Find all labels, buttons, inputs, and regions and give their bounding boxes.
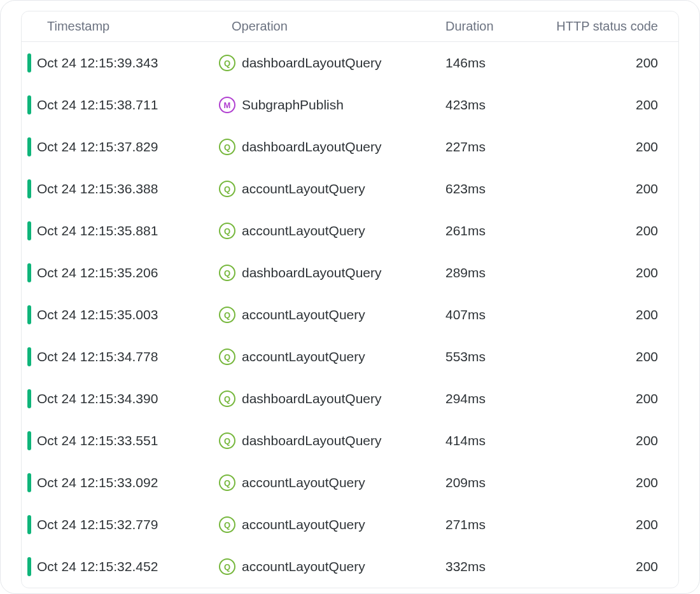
http-status-cell: 200	[535, 475, 668, 490]
col-header-status[interactable]: HTTP status code	[556, 19, 658, 33]
query-icon: Q	[219, 390, 235, 407]
duration-cell: 227ms	[445, 139, 535, 155]
operation-name[interactable]: accountLayoutQuery	[242, 181, 365, 197]
table-row[interactable]: Oct 24 12:15:39.343QdashboardLayoutQuery…	[22, 42, 678, 84]
query-icon: Q	[219, 307, 235, 323]
http-status-cell: 200	[535, 55, 668, 71]
timestamp-cell: Oct 24 12:15:34.390	[37, 391, 219, 406]
operation-cell: QdashboardLayoutQuery	[219, 55, 445, 71]
operation-name[interactable]: accountLayoutQuery	[242, 517, 365, 532]
status-indicator	[27, 389, 31, 408]
duration-cell: 407ms	[445, 307, 535, 322]
http-status-cell: 200	[535, 433, 668, 448]
table-body: Oct 24 12:15:39.343QdashboardLayoutQuery…	[22, 42, 678, 588]
timestamp-cell: Oct 24 12:15:32.779	[37, 517, 219, 532]
duration-cell: 423ms	[445, 97, 535, 113]
operation-cell: QdashboardLayoutQuery	[219, 265, 445, 281]
operation-cell: MSubgraphPublish	[219, 97, 445, 113]
col-header-operation[interactable]: Operation	[232, 19, 288, 33]
mutation-icon: M	[219, 97, 235, 113]
operation-name[interactable]: accountLayoutQuery	[242, 349, 365, 364]
operation-cell: QaccountLayoutQuery	[219, 349, 445, 365]
operation-name[interactable]: dashboardLayoutQuery	[242, 55, 382, 71]
status-bar-wrapper	[22, 53, 37, 73]
operation-name[interactable]: accountLayoutQuery	[242, 475, 365, 490]
status-indicator	[27, 95, 31, 114]
table-row[interactable]: Oct 24 12:15:37.829QdashboardLayoutQuery…	[22, 126, 678, 168]
http-status-cell: 200	[535, 307, 668, 322]
operation-name[interactable]: accountLayoutQuery	[242, 307, 365, 322]
status-bar-wrapper	[22, 221, 37, 240]
operation-name[interactable]: SubgraphPublish	[242, 97, 344, 113]
timestamp-cell: Oct 24 12:15:33.551	[37, 433, 219, 448]
table-row[interactable]: Oct 24 12:15:32.452QaccountLayoutQuery33…	[22, 546, 678, 588]
duration-cell: 414ms	[445, 433, 535, 448]
operation-cell: QaccountLayoutQuery	[219, 181, 445, 197]
operation-name[interactable]: dashboardLayoutQuery	[242, 391, 382, 406]
timestamp-cell: Oct 24 12:15:33.092	[37, 475, 219, 490]
duration-cell: 146ms	[445, 55, 535, 71]
duration-cell: 332ms	[445, 559, 535, 574]
status-indicator	[27, 137, 31, 156]
table-row[interactable]: Oct 24 12:15:34.390QdashboardLayoutQuery…	[22, 378, 678, 420]
status-bar-wrapper	[22, 557, 37, 576]
operation-name[interactable]: accountLayoutQuery	[242, 559, 365, 574]
operation-cell: QdashboardLayoutQuery	[219, 390, 445, 407]
duration-cell: 623ms	[445, 181, 535, 197]
operation-name[interactable]: dashboardLayoutQuery	[242, 433, 382, 448]
status-bar-wrapper	[22, 347, 37, 366]
query-icon: Q	[219, 349, 235, 365]
operation-cell: QdashboardLayoutQuery	[219, 432, 445, 449]
table-row[interactable]: Oct 24 12:15:32.779QaccountLayoutQuery27…	[22, 504, 678, 546]
operation-cell: QaccountLayoutQuery	[219, 558, 445, 575]
table-row[interactable]: Oct 24 12:15:38.711MSubgraphPublish423ms…	[22, 84, 678, 126]
operation-cell: QaccountLayoutQuery	[219, 223, 445, 239]
query-icon: Q	[219, 265, 235, 281]
status-bar-wrapper	[22, 431, 37, 450]
status-bar-wrapper	[22, 389, 37, 408]
status-indicator	[27, 179, 31, 198]
table-row[interactable]: Oct 24 12:15:33.092QaccountLayoutQuery20…	[22, 462, 678, 504]
timestamp-cell: Oct 24 12:15:35.206	[37, 265, 219, 280]
http-status-cell: 200	[535, 97, 668, 113]
table-row[interactable]: Oct 24 12:15:35.206QdashboardLayoutQuery…	[22, 252, 678, 294]
timestamp-cell: Oct 24 12:15:38.711	[37, 97, 219, 113]
duration-cell: 261ms	[445, 223, 535, 238]
operation-cell: QaccountLayoutQuery	[219, 474, 445, 491]
query-icon: Q	[219, 474, 235, 491]
operation-cell: QaccountLayoutQuery	[219, 516, 445, 533]
col-header-duration[interactable]: Duration	[445, 19, 494, 33]
duration-cell: 553ms	[445, 349, 535, 364]
traces-panel: Timestamp Operation Duration HTTP status…	[0, 0, 700, 594]
http-status-cell: 200	[535, 559, 668, 574]
traces-table: Timestamp Operation Duration HTTP status…	[21, 11, 679, 588]
status-bar-wrapper	[22, 137, 37, 156]
timestamp-cell: Oct 24 12:15:39.343	[37, 55, 219, 71]
status-bar-wrapper	[22, 179, 37, 198]
status-indicator	[27, 221, 31, 240]
duration-cell: 289ms	[445, 265, 535, 280]
table-row[interactable]: Oct 24 12:15:35.881QaccountLayoutQuery26…	[22, 210, 678, 252]
query-icon: Q	[219, 516, 235, 533]
http-status-cell: 200	[535, 391, 668, 406]
operation-name[interactable]: dashboardLayoutQuery	[242, 265, 382, 280]
http-status-cell: 200	[535, 139, 668, 155]
query-icon: Q	[219, 181, 235, 197]
http-status-cell: 200	[535, 265, 668, 280]
status-bar-wrapper	[22, 263, 37, 282]
table-row[interactable]: Oct 24 12:15:36.388QaccountLayoutQuery62…	[22, 168, 678, 210]
status-indicator	[27, 557, 31, 576]
query-icon: Q	[219, 558, 235, 575]
table-row[interactable]: Oct 24 12:15:34.778QaccountLayoutQuery55…	[22, 336, 678, 378]
http-status-cell: 200	[535, 223, 668, 238]
timestamp-cell: Oct 24 12:15:35.881	[37, 223, 219, 238]
status-bar-wrapper	[22, 305, 37, 324]
duration-cell: 294ms	[445, 391, 535, 406]
query-icon: Q	[219, 139, 235, 155]
operation-name[interactable]: accountLayoutQuery	[242, 223, 365, 238]
table-row[interactable]: Oct 24 12:15:35.003QaccountLayoutQuery40…	[22, 294, 678, 336]
operation-name[interactable]: dashboardLayoutQuery	[242, 139, 382, 155]
table-row[interactable]: Oct 24 12:15:33.551QdashboardLayoutQuery…	[22, 420, 678, 462]
http-status-cell: 200	[535, 349, 668, 364]
col-header-timestamp[interactable]: Timestamp	[47, 19, 109, 33]
